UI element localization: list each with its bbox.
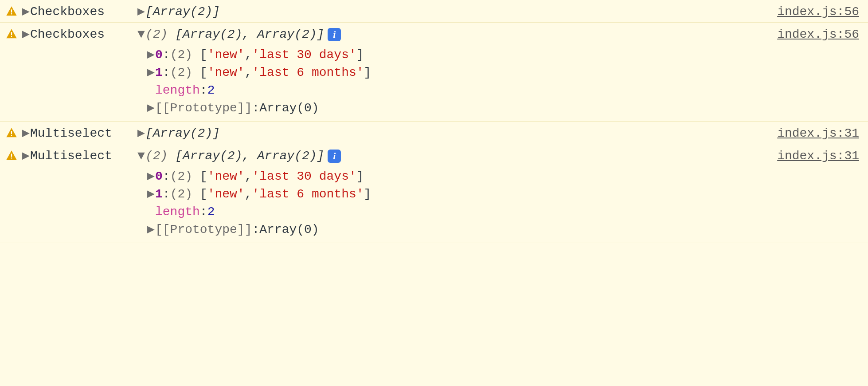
- prototype-key: [[Prototype]]: [155, 223, 252, 236]
- item-expand-toggle[interactable]: ▶: [147, 221, 154, 236]
- prototype-row: ▶ [[Prototype]] : Array(0): [147, 100, 859, 115]
- expand-toggle[interactable]: ▶: [22, 148, 29, 163]
- expand-toggle[interactable]: ▶: [22, 4, 29, 19]
- array-item-row: ▶ 1 : (2) [ 'new' , 'last 6 months' ]: [147, 64, 859, 79]
- length-row: ▶ length : 2: [147, 82, 859, 97]
- separator: ,: [245, 187, 252, 201]
- array-index: 0: [155, 48, 163, 62]
- source-link[interactable]: index.js:56: [777, 28, 859, 41]
- colon: :: [200, 205, 207, 219]
- object-summary: [Array(2), Array(2)]: [175, 149, 324, 163]
- svg-rect-1: [11, 13, 12, 14]
- svg-rect-3: [11, 36, 12, 37]
- source-link[interactable]: index.js:31: [777, 149, 859, 163]
- colon: :: [163, 169, 170, 183]
- console-warning-row: ▶ Multiselect ▼ (2) [Array(2), Array(2)]…: [0, 144, 868, 243]
- separator: ,: [245, 66, 252, 79]
- string-value: 'new': [207, 66, 245, 79]
- length-value: 2: [207, 83, 215, 97]
- separator: ,: [245, 48, 252, 62]
- bracket-open: [: [200, 48, 207, 62]
- item-expand-toggle[interactable]: ▶: [147, 64, 154, 79]
- object-expand-toggle[interactable]: ▼: [137, 149, 145, 163]
- string-value: 'last 30 days': [252, 48, 356, 62]
- separator: ,: [245, 169, 252, 183]
- svg-rect-7: [11, 158, 12, 158]
- bracket-open: [: [200, 169, 207, 183]
- colon: :: [252, 223, 259, 236]
- array-item-row: ▶ 0 : (2) [ 'new' , 'last 30 days' ]: [147, 47, 859, 62]
- length-row: ▶ length : 2: [147, 204, 859, 219]
- expand-toggle[interactable]: ▶: [22, 26, 29, 41]
- item-count: (2): [170, 187, 192, 201]
- svg-rect-6: [11, 154, 12, 157]
- svg-rect-5: [11, 135, 12, 136]
- colon: :: [252, 101, 259, 115]
- string-value: 'last 30 days': [252, 169, 356, 183]
- item-count: (2): [170, 48, 192, 62]
- string-value: 'last 6 months': [252, 66, 364, 79]
- string-value: 'last 6 months': [252, 187, 364, 201]
- array-index: 1: [155, 66, 163, 79]
- prototype-row: ▶ [[Prototype]] : Array(0): [147, 221, 859, 236]
- colon: :: [163, 48, 170, 62]
- log-label: Checkboxes: [30, 5, 105, 19]
- item-count: (2): [170, 66, 192, 79]
- warning-icon: [5, 5, 18, 18]
- object-children: ▶ 0 : (2) [ 'new' , 'last 30 days' ] ▶ 1…: [147, 165, 859, 239]
- item-expand-toggle[interactable]: ▶: [147, 100, 154, 115]
- log-label: Multiselect: [30, 126, 112, 140]
- array-item-row: ▶ 1 : (2) [ 'new' , 'last 6 months' ]: [147, 186, 859, 201]
- colon: :: [200, 83, 207, 97]
- console-message-content: ▶ Checkboxes ▼ (2) [Array(2), Array(2)] …: [22, 26, 859, 118]
- console-warning-row: ▶ Multiselect ▶ [Array(2)] index.js:31: [0, 122, 868, 144]
- bracket-close: ]: [356, 48, 364, 62]
- log-label: Multiselect: [30, 149, 112, 163]
- bracket-open: [: [200, 66, 207, 79]
- console-warning-row: ▶ Checkboxes ▶ [Array(2)] index.js:56: [0, 0, 868, 23]
- console-message-content: ▶ Multiselect ▼ (2) [Array(2), Array(2)]…: [22, 148, 859, 239]
- prototype-value: Array(0): [259, 223, 319, 236]
- source-link[interactable]: index.js:56: [777, 5, 859, 19]
- object-summary: [Array(2), Array(2)]: [175, 28, 324, 41]
- svg-rect-2: [11, 32, 12, 35]
- object-count: (2): [145, 149, 168, 163]
- string-value: 'new': [207, 48, 245, 62]
- object-count: (2): [145, 28, 168, 41]
- warning-icon: [5, 150, 18, 162]
- prototype-value: Array(0): [259, 101, 319, 115]
- item-count: (2): [170, 169, 192, 183]
- array-index: 1: [155, 187, 163, 201]
- prototype-key: [[Prototype]]: [155, 101, 252, 115]
- object-children: ▶ 0 : (2) [ 'new' , 'last 30 days' ] ▶ 1…: [147, 44, 859, 118]
- console-warning-row: ▶ Checkboxes ▼ (2) [Array(2), Array(2)] …: [0, 23, 868, 122]
- string-value: 'new': [207, 169, 245, 183]
- length-key: length: [155, 205, 200, 219]
- object-summary: [Array(2)]: [145, 126, 220, 140]
- bracket-close: ]: [356, 169, 364, 183]
- object-expand-toggle[interactable]: ▶: [137, 125, 145, 140]
- string-value: 'new': [207, 187, 245, 201]
- info-icon[interactable]: i: [328, 28, 341, 41]
- svg-rect-0: [11, 9, 12, 12]
- item-expand-toggle[interactable]: ▶: [147, 168, 154, 183]
- console-message-content: ▶ Multiselect ▶ [Array(2)] index.js:31: [22, 125, 859, 140]
- bracket-close: ]: [364, 187, 371, 201]
- length-key: length: [155, 83, 200, 97]
- info-icon[interactable]: i: [328, 150, 341, 163]
- log-label: Checkboxes: [30, 28, 105, 41]
- console-message-content: ▶ Checkboxes ▶ [Array(2)] index.js:56: [22, 4, 859, 19]
- array-index: 0: [155, 169, 163, 183]
- item-expand-toggle[interactable]: ▶: [147, 186, 154, 201]
- object-expand-toggle[interactable]: ▼: [137, 28, 145, 41]
- object-expand-toggle[interactable]: ▶: [137, 4, 145, 19]
- item-expand-toggle[interactable]: ▶: [147, 47, 154, 62]
- warning-icon: [5, 28, 18, 40]
- expand-toggle[interactable]: ▶: [22, 125, 29, 140]
- source-link[interactable]: index.js:31: [777, 126, 859, 140]
- bracket-close: ]: [364, 66, 371, 79]
- warning-icon: [5, 127, 18, 139]
- array-item-row: ▶ 0 : (2) [ 'new' , 'last 30 days' ]: [147, 168, 859, 183]
- colon: :: [163, 66, 170, 79]
- colon: :: [163, 187, 170, 201]
